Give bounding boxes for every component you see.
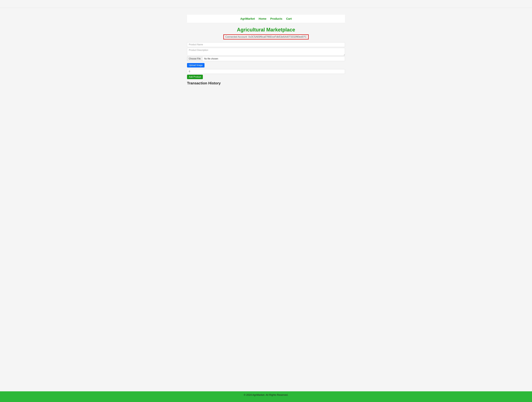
footer-text: © 2024 AgriMarket. All Rights Reserved. [244, 394, 288, 396]
transaction-history-heading: Transaction History [187, 81, 345, 85]
add-product-button[interactable]: Add Product [187, 75, 203, 79]
price-input[interactable] [187, 69, 345, 74]
nav-link-cart[interactable]: Cart [286, 17, 292, 20]
nav-link-products[interactable]: Products [270, 17, 282, 20]
nav-link-home[interactable]: Home [259, 17, 266, 20]
choose-file-button[interactable]: Choose File [187, 57, 203, 61]
product-name-input[interactable] [187, 42, 345, 47]
connected-account-label: Connected Account: 0x3C5A83f9ca6789DceFd… [223, 34, 309, 39]
product-description-input[interactable] [187, 48, 345, 56]
top-spacer [0, 0, 532, 8]
footer: © 2024 AgriMarket. All Rights Reserved. [0, 391, 532, 402]
navbar-brand[interactable]: AgriMarket [240, 17, 255, 20]
page-title: Agricultural Marketplace [187, 27, 345, 33]
file-input[interactable]: Choose File No file chosen [187, 56, 345, 61]
upload-image-button[interactable]: Upload Image [187, 63, 204, 68]
navbar: AgriMarket Home Products Cart [187, 15, 345, 23]
file-status-label: No file chosen [203, 57, 345, 61]
